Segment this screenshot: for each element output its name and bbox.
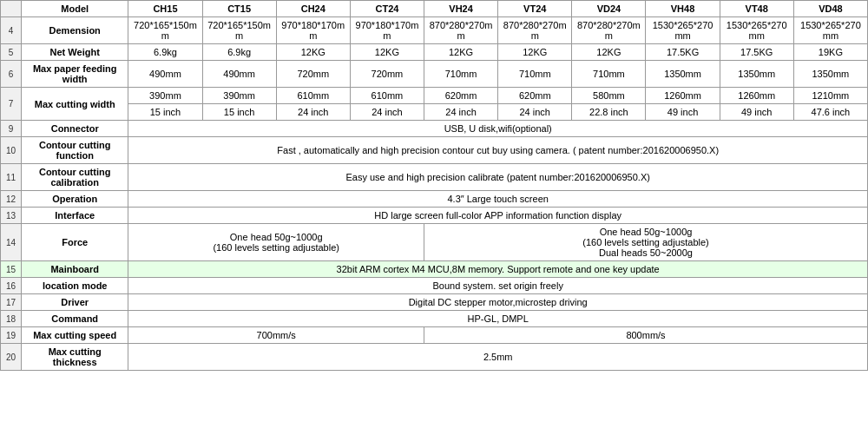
cell: Bound system. set origin freely: [128, 278, 868, 294]
cell: 720*165*150mm: [128, 17, 202, 44]
cell: 1350mm: [646, 61, 720, 88]
table-row: 15 Mainboard 32bit ARM cortex M4 MCU,8M …: [1, 261, 868, 278]
row-num: 13: [1, 208, 22, 224]
table-row: 19 Max cutting speed 700mm/s 800mm/s: [1, 327, 868, 344]
cell: 19KG: [793, 44, 867, 61]
table-row: 12 Operation 4.3″ Large touch screen: [1, 191, 868, 208]
col-vd24: VD24: [572, 1, 646, 17]
cell: 620mm: [424, 88, 498, 104]
row-num: 6: [1, 61, 22, 88]
cell: 1530*265*270mm: [646, 17, 720, 44]
table-row: 20 Max cutting thickness 2.5mm: [1, 344, 868, 371]
cell: 32bit ARM cortex M4 MCU,8M memory. Suppo…: [128, 261, 868, 278]
cell: 390mm: [202, 88, 276, 104]
cell: 12KG: [276, 44, 350, 61]
table-row: 15 inch 15 inch 24 inch 24 inch 24 inch …: [1, 104, 868, 121]
cell: 1260mm: [720, 88, 793, 104]
row-num: 15: [1, 261, 22, 278]
cell: 610mm: [276, 88, 350, 104]
row-num: 12: [1, 191, 22, 208]
cell: HP-GL, DMPL: [128, 311, 868, 327]
cell: 1530*265*270mm: [793, 17, 867, 44]
cell: 15 inch: [128, 104, 202, 121]
cell: 490mm: [202, 61, 276, 88]
row-label: Operation: [22, 191, 128, 208]
row-label: Mainboard: [22, 261, 128, 278]
cell: USB, U disk,wifi(optional): [128, 121, 868, 137]
row-label: Command: [22, 311, 128, 327]
col-ch24: CH24: [276, 1, 350, 17]
cell: 1350mm: [720, 61, 793, 88]
table-row: 10 Contour cutting function Fast , autom…: [1, 137, 868, 164]
cell: 970*180*170mm: [350, 17, 424, 44]
row-label: Max cutting width: [22, 88, 128, 121]
col-ct15: CT15: [202, 1, 276, 17]
cell: HD large screen full-color APP informati…: [128, 208, 868, 224]
cell: Easy use and high precision calibrate (p…: [128, 164, 868, 191]
table-row: 5 Net Weight 6.9kg 6.9kg 12KG 12KG 12KG …: [1, 44, 868, 61]
cell: 2.5mm: [128, 344, 868, 371]
cell: 24 inch: [350, 104, 424, 121]
col-vh48: VH48: [646, 1, 720, 17]
row-label: Contour cutting function: [22, 137, 128, 164]
cell: 710mm: [572, 61, 646, 88]
row-num: 18: [1, 311, 22, 327]
cell: One head 50g~1000g (160 levels setting a…: [424, 224, 868, 261]
col-vt48: VT48: [720, 1, 793, 17]
cell: 12KG: [572, 44, 646, 61]
cell: 15 inch: [202, 104, 276, 121]
cell: 800mm/s: [424, 327, 868, 344]
cell: 870*280*270mm: [424, 17, 498, 44]
cell: 12KG: [424, 44, 498, 61]
cell: 4.3″ Large touch screen: [128, 191, 868, 208]
row-num-header: [1, 1, 22, 17]
row-label: Demension: [22, 17, 128, 44]
cell: 700mm/s: [128, 327, 424, 344]
cell: 970*180*170mm: [276, 17, 350, 44]
cell: 390mm: [128, 88, 202, 104]
col-ct24: CT24: [350, 1, 424, 17]
col-ch15: CH15: [128, 1, 202, 17]
row-label: Driver: [22, 294, 128, 311]
table-row: 13 Interface HD large screen full-color …: [1, 208, 868, 224]
cell: 1530*265*270mm: [720, 17, 793, 44]
row-num: 11: [1, 164, 22, 191]
cell: 24 inch: [276, 104, 350, 121]
row-label: Max cutting speed: [22, 327, 128, 344]
table-row: 6 Max paper feeding width 490mm 490mm 72…: [1, 61, 868, 88]
col-vt24: VT24: [498, 1, 572, 17]
cell: 720mm: [276, 61, 350, 88]
table-row: 18 Command HP-GL, DMPL: [1, 311, 868, 327]
row-label: Interface: [22, 208, 128, 224]
table-row: 7 Max cutting width 390mm 390mm 610mm 61…: [1, 88, 868, 104]
cell: 12KG: [498, 44, 572, 61]
cell: 620mm: [498, 88, 572, 104]
col-vh24: VH24: [424, 1, 498, 17]
header-row: Model CH15 CT15 CH24 CT24 VH24 VT24 VD24…: [1, 1, 868, 17]
cell: 47.6 inch: [793, 104, 867, 121]
cell: Digital DC stepper motor,microstep drivi…: [128, 294, 868, 311]
table-row: 9 Connector USB, U disk,wifi(optional): [1, 121, 868, 137]
cell: 1210mm: [793, 88, 867, 104]
cell: 720mm: [350, 61, 424, 88]
cell: 6.9kg: [128, 44, 202, 61]
row-label: Connector: [22, 121, 128, 137]
cell: 12KG: [350, 44, 424, 61]
row-num: 4: [1, 17, 22, 44]
row-num: 10: [1, 137, 22, 164]
row-num: 7: [1, 88, 22, 121]
row-num: 20: [1, 344, 22, 371]
row-num: 16: [1, 278, 22, 294]
cell: 24 inch: [498, 104, 572, 121]
row-label: Net Weight: [22, 44, 128, 61]
row-num: 9: [1, 121, 22, 137]
cell: 49 inch: [646, 104, 720, 121]
cell: 710mm: [498, 61, 572, 88]
col-vd48: VD48: [793, 1, 867, 17]
cell: 720*165*150mm: [202, 17, 276, 44]
model-header: Model: [22, 1, 128, 17]
cell: One head 50g~1000g (160 levels setting a…: [128, 224, 424, 261]
cell: 580mm: [572, 88, 646, 104]
row-label: Max cutting thickness: [22, 344, 128, 371]
cell: 6.9kg: [202, 44, 276, 61]
